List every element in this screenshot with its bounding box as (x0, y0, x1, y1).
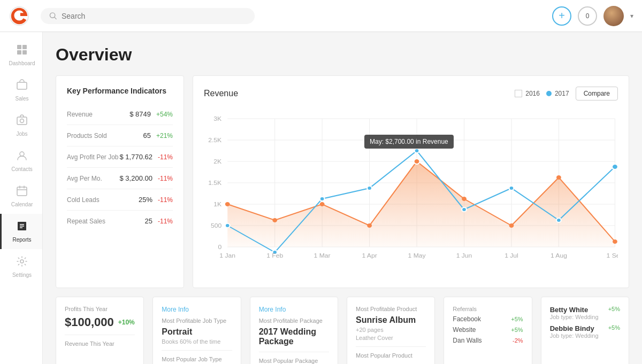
bc-main-product: Sunrise Album (356, 315, 426, 325)
svg-point-19 (20, 260, 24, 263)
kpi-label-avgper: Avg Per Mo. (67, 175, 102, 182)
bottom-card-jobtype: More Info Most Profitable Job Type Portr… (152, 297, 241, 364)
legend-label-2016: 2016 (525, 90, 540, 97)
kpi-value-avgper: $ 3,200.00 (120, 174, 152, 182)
svg-point-49 (509, 223, 514, 228)
svg-point-43 (225, 202, 230, 206)
bc-profit-value: $100,000 +10% (65, 315, 135, 329)
avatar-image (603, 6, 624, 26)
person-sub-debbie: Job type: Wedding (550, 332, 599, 339)
person-change-betty: +5% (608, 306, 620, 312)
svg-point-44 (272, 218, 277, 222)
svg-point-48 (462, 197, 467, 201)
kpi-label-repeatsales: Repeat Sales (67, 218, 105, 225)
svg-point-54 (320, 197, 325, 201)
bottom-cards: Profits This Year $100,000 +10% Revenue … (56, 297, 629, 364)
kpi-row-avgprofit: Avg Profit Per Job $ 1,770.62 -11% (67, 146, 173, 168)
legend-checkbox-2016[interactable] (515, 90, 522, 97)
sidebar-item-contacts[interactable]: Contacts (0, 143, 42, 179)
svg-point-50 (556, 175, 561, 180)
sales-icon (16, 79, 28, 94)
page-title: Overview (56, 45, 629, 65)
kpi-change-avgper: -11% (158, 175, 173, 182)
person-row-debbie: Debbie Bindy Job type: Wedding +5% (550, 324, 620, 339)
svg-text:0: 0 (218, 244, 221, 250)
referral-row-facebook: Facebook +5% (453, 315, 523, 323)
kpi-right-avgprofit: $ 1,770.62 -11% (120, 153, 173, 161)
bc-sub-product1: +20 pages (356, 327, 426, 333)
referral-name-facebook: Facebook (453, 315, 481, 323)
sidebar-label-contacts: Contacts (11, 166, 32, 172)
referral-row-danwalls: Dan Walls -2% (453, 337, 523, 344)
svg-point-55 (367, 186, 372, 190)
svg-text:1.5K: 1.5K (208, 180, 221, 186)
bc-subtitle-profits: Profits This Year (65, 306, 135, 312)
logo[interactable] (9, 5, 30, 27)
bottom-card-referrals: Referrals Facebook +5% Website +5% Dan W… (444, 297, 532, 364)
legend-label-2017: 2017 (555, 90, 569, 97)
legend-2017: 2017 (546, 90, 569, 97)
sidebar-item-reports[interactable]: Reports (0, 214, 42, 249)
topnav: + 0 ▾ (0, 0, 642, 32)
bottom-card-persons: Betty White Job type: Wedding +5% Debbie… (541, 297, 629, 364)
reports-icon (16, 220, 28, 235)
svg-point-10 (20, 152, 24, 156)
sidebar-item-jobs[interactable]: Jobs (0, 108, 42, 143)
revenue-header: Revenue 2016 2017 Compare (204, 87, 618, 100)
svg-rect-3 (17, 45, 21, 49)
search-input[interactable] (62, 12, 246, 20)
bc-subtitle-popular-jobtype: Most Popular Job Type (162, 356, 232, 362)
sidebar-item-calendar[interactable]: Calendar (0, 179, 42, 214)
kpi-right-repeatsales: 25 -11% (145, 217, 173, 225)
svg-rect-8 (17, 117, 27, 125)
svg-point-51 (613, 239, 617, 244)
bc-more-package[interactable]: More Info (259, 306, 329, 313)
kpi-right-revenue: $ 8749 +54% (129, 110, 173, 118)
avatar[interactable] (603, 6, 624, 26)
svg-point-57 (462, 207, 467, 212)
profile-chevron-icon[interactable]: ▾ (630, 12, 633, 20)
bottom-card-package: More Info Most Profitable Package 2017 W… (250, 297, 338, 364)
sidebar-item-sales[interactable]: Sales (0, 73, 42, 108)
bc-profit-change: +10% (118, 319, 135, 326)
calendar-icon (16, 185, 28, 199)
referral-name-danwalls: Dan Walls (453, 337, 482, 344)
chart-container: 3K 2.5K 2K 1.5K 1K 500 0 (204, 109, 618, 277)
kpi-value-revenue: $ 8749 (129, 110, 151, 118)
kpi-change-repeatsales: -11% (158, 218, 173, 225)
svg-text:1 Apr: 1 Apr (362, 253, 377, 259)
main-cards-row: Key Performance Indicators Revenue $ 874… (56, 75, 629, 288)
search-bar[interactable] (41, 8, 255, 24)
bc-subtitle-package: Most Profitable Package (259, 317, 329, 324)
svg-text:1 Jun: 1 Jun (456, 253, 472, 259)
referral-row-website: Website +5% (453, 326, 523, 334)
contacts-icon (16, 150, 28, 164)
topnav-actions: + 0 ▾ (552, 6, 633, 26)
bc-subtitle-popular-package: Most Popular Package (259, 358, 329, 364)
sidebar-item-settings[interactable]: Settings (0, 249, 42, 284)
kpi-row-repeatsales: Repeat Sales 25 -11% (67, 211, 173, 231)
svg-text:500: 500 (211, 223, 221, 229)
sidebar-item-dashboard[interactable]: Dashboard (0, 37, 42, 73)
person-change-debbie: +5% (608, 324, 620, 331)
bc-subtitle-product: Most Profitable Product (356, 306, 426, 312)
svg-text:1K: 1K (213, 202, 221, 207)
svg-point-56 (415, 149, 419, 153)
kpi-label-products: Products Sold (67, 132, 107, 140)
main-layout: Dashboard Sales Jobs Contacts Calendar (0, 32, 642, 364)
svg-text:3K: 3K (213, 116, 221, 122)
person-name-betty: Betty White (550, 306, 599, 314)
add-button[interactable]: + (552, 6, 571, 26)
svg-text:1 Feb: 1 Feb (266, 253, 283, 259)
svg-text:1 Mar: 1 Mar (314, 253, 331, 259)
referral-change-danwalls: -2% (513, 337, 523, 344)
settings-icon (16, 255, 28, 270)
bc-more-jobtype[interactable]: More Info (162, 306, 232, 313)
svg-rect-7 (17, 82, 27, 89)
notification-button[interactable]: 0 (578, 6, 597, 26)
svg-text:1 Jan: 1 Jan (219, 253, 235, 259)
svg-text:1 Jul: 1 Jul (505, 253, 518, 259)
main-content: Overview Key Performance Indicators Reve… (43, 32, 642, 364)
compare-button[interactable]: Compare (576, 87, 618, 100)
sidebar-label-calendar: Calendar (11, 202, 33, 207)
